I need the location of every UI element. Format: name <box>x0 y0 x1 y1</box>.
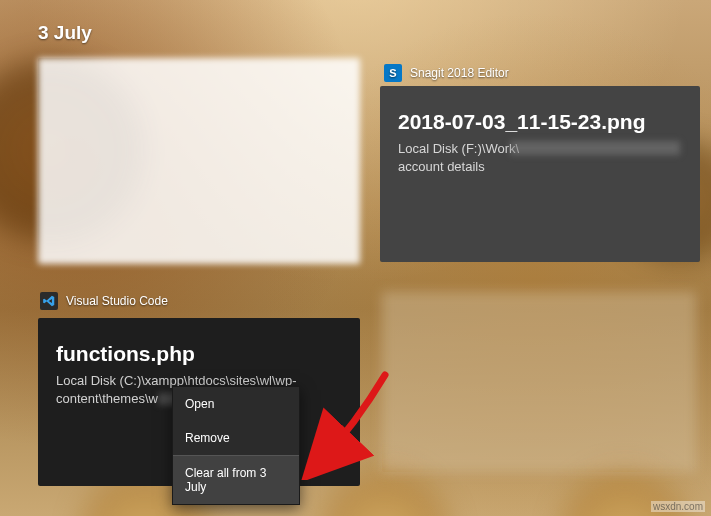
watermark: wsxdn.com <box>651 501 705 512</box>
timeline-date-header: 3 July <box>38 22 92 44</box>
snagit-icon <box>384 64 402 82</box>
snagit-card-path-line1: Local Disk (F:)\Work\ <box>380 140 700 158</box>
activity-card-blurred-1[interactable] <box>38 58 360 264</box>
activity-card-snagit[interactable]: 2018-07-03_11-15-23.png Local Disk (F:)\… <box>380 86 700 262</box>
context-menu-clear-all[interactable]: Clear all from 3 July <box>173 456 299 504</box>
context-menu-open[interactable]: Open <box>173 387 299 421</box>
snagit-app-label-text: Snagit 2018 Editor <box>410 66 509 80</box>
vscode-app-label-text: Visual Studio Code <box>66 294 168 308</box>
activity-card-blurred-2[interactable] <box>382 292 696 472</box>
vscode-icon <box>40 292 58 310</box>
vscode-card-title: functions.php <box>38 318 360 372</box>
activity-app-label-snagit: Snagit 2018 Editor <box>384 64 509 82</box>
snagit-card-title: 2018-07-03_11-15-23.png <box>380 86 700 140</box>
redacted-smudge <box>510 141 680 155</box>
activity-app-label-vscode: Visual Studio Code <box>40 292 168 310</box>
snagit-card-path-line2: account details <box>380 158 700 176</box>
context-menu-remove[interactable]: Remove <box>173 421 299 455</box>
context-menu: Open Remove Clear all from 3 July <box>172 386 300 505</box>
